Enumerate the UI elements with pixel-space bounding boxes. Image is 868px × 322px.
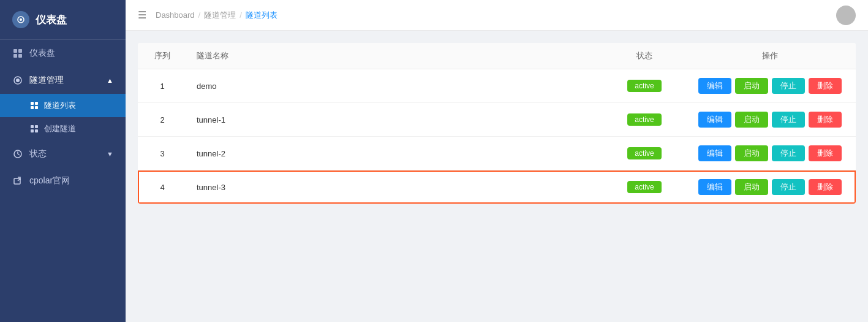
cell-ops-3: 编辑 启动 停止 删除 [684,171,856,204]
action-buttons-0: 编辑 启动 停止 删除 [694,78,846,94]
content-area: 序列 隧道名称 状态 操作 1 demo active 编辑 启动 停止 删除 [126,31,868,322]
cell-status-3: active [605,171,684,204]
stop-button-0[interactable]: 停止 [772,78,805,94]
edit-button-0[interactable]: 编辑 [698,78,731,94]
table-row: 3 tunnel-2 active 编辑 启动 停止 删除 [138,137,856,171]
tunnel-icon [12,75,23,86]
cell-status-1: active [605,103,684,137]
svg-rect-4 [13,54,17,58]
menu-toggle-icon[interactable]: ☰ [138,9,146,21]
delete-button-1[interactable]: 删除 [809,112,842,128]
svg-line-10 [18,154,20,155]
col-header-seq: 序列 [138,43,187,69]
breadcrumb: Dashboard / 隧道管理 / 隧道列表 [156,10,277,21]
cell-ops-0: 编辑 启动 停止 删除 [684,69,856,103]
delete-button-2[interactable]: 删除 [809,145,842,161]
sidebar-status-label: 状态 [29,148,47,159]
status-badge-1: active [627,113,661,126]
sidebar-item-status[interactable]: 状态 ▼ [0,140,126,167]
cell-seq-0: 1 [138,69,187,103]
sidebar-dashboard-label: 仪表盘 [29,48,55,59]
table-row: 1 demo active 编辑 启动 停止 删除 [138,69,856,103]
cell-seq-1: 2 [138,103,187,137]
delete-button-3[interactable]: 删除 [809,179,842,195]
sidebar-item-tunnel-mgmt[interactable]: 隧道管理 ▲ [0,67,126,94]
stop-button-1[interactable]: 停止 [772,112,805,128]
start-button-2[interactable]: 启动 [735,145,768,161]
cell-status-2: active [605,137,684,171]
breadcrumb-current[interactable]: 隧道列表 [246,10,277,21]
delete-button-0[interactable]: 删除 [809,78,842,94]
sidebar-logo: 仪表盘 [0,0,126,40]
status-badge-0: active [627,80,661,92]
svg-point-7 [16,79,20,82]
tunnels-table: 序列 隧道名称 状态 操作 1 demo active 编辑 启动 停止 删除 [138,43,856,204]
logo-icon [12,11,29,28]
svg-point-1 [20,18,22,21]
col-header-ops: 操作 [684,43,856,69]
dashboard-icon [12,48,23,59]
action-buttons-2: 编辑 启动 停止 删除 [694,145,846,161]
cell-seq-2: 3 [138,137,187,171]
cell-ops-1: 编辑 启动 停止 删除 [684,103,856,137]
cell-name-0: demo [187,69,605,103]
grid-add-icon [29,124,39,134]
main-content: ☰ Dashboard / 隧道管理 / 隧道列表 序列 隧道名称 状态 操作 [126,0,868,322]
svg-rect-3 [18,49,22,53]
grid-icon [29,101,39,110]
col-header-status: 状态 [605,43,684,69]
action-buttons-3: 编辑 启动 停止 删除 [694,179,846,195]
stop-button-2[interactable]: 停止 [772,145,805,161]
cell-name-1: tunnel-1 [187,103,605,137]
sidebar-item-tunnel-list[interactable]: 隧道列表 [0,94,126,117]
sidebar-item-dashboard[interactable]: 仪表盘 [0,40,126,67]
status-badge-2: active [627,147,661,159]
svg-rect-2 [13,49,17,53]
sidebar: 仪表盘 仪表盘 隧道管理 ▲ 隧道列表 [0,0,126,322]
svg-rect-5 [18,54,22,58]
chevron-up-icon: ▲ [107,77,113,84]
edit-button-2[interactable]: 编辑 [698,145,731,161]
action-buttons-1: 编辑 启动 停止 删除 [694,112,846,128]
cell-name-2: tunnel-2 [187,137,605,171]
stop-button-3[interactable]: 停止 [772,179,805,195]
start-button-3[interactable]: 启动 [735,179,768,195]
breadcrumb-sep-2: / [240,10,242,20]
table-row: 2 tunnel-1 active 编辑 启动 停止 删除 [138,103,856,137]
sidebar-tunnel-mgmt-label: 隧道管理 [29,75,64,86]
table-header-row: 序列 隧道名称 状态 操作 [138,43,856,69]
table-row: 4 tunnel-3 active 编辑 启动 停止 删除 [138,171,856,204]
avatar[interactable] [836,6,856,25]
status-icon [12,148,23,159]
col-header-name: 隧道名称 [187,43,605,69]
topbar: ☰ Dashboard / 隧道管理 / 隧道列表 [126,0,868,31]
sidebar-tunnel-list-label: 隧道列表 [44,100,76,111]
sidebar-item-cpolar[interactable]: cpolar官网 [0,167,126,194]
status-badge-3: active [627,181,661,193]
start-button-0[interactable]: 启动 [735,78,768,94]
edit-button-3[interactable]: 编辑 [698,179,731,195]
cell-seq-3: 4 [138,171,187,204]
cell-ops-2: 编辑 启动 停止 删除 [684,137,856,171]
chevron-down-icon: ▼ [107,150,113,158]
table-card: 序列 隧道名称 状态 操作 1 demo active 编辑 启动 停止 删除 [138,43,856,204]
cell-status-0: active [605,69,684,103]
sidebar-item-create-tunnel[interactable]: 创建隧道 [0,117,126,140]
sidebar-logo-label: 仪表盘 [36,13,67,27]
sidebar-create-tunnel-label: 创建隧道 [44,123,76,134]
breadcrumb-tunnel-mgmt[interactable]: 隧道管理 [204,10,236,21]
cell-name-3: tunnel-3 [187,171,605,204]
breadcrumb-sep-1: / [198,10,201,20]
edit-button-1[interactable]: 编辑 [698,112,731,128]
sidebar-cpolar-label: cpolar官网 [29,175,70,186]
external-link-icon [12,175,23,186]
start-button-1[interactable]: 启动 [735,112,768,128]
breadcrumb-dashboard[interactable]: Dashboard [156,10,195,20]
